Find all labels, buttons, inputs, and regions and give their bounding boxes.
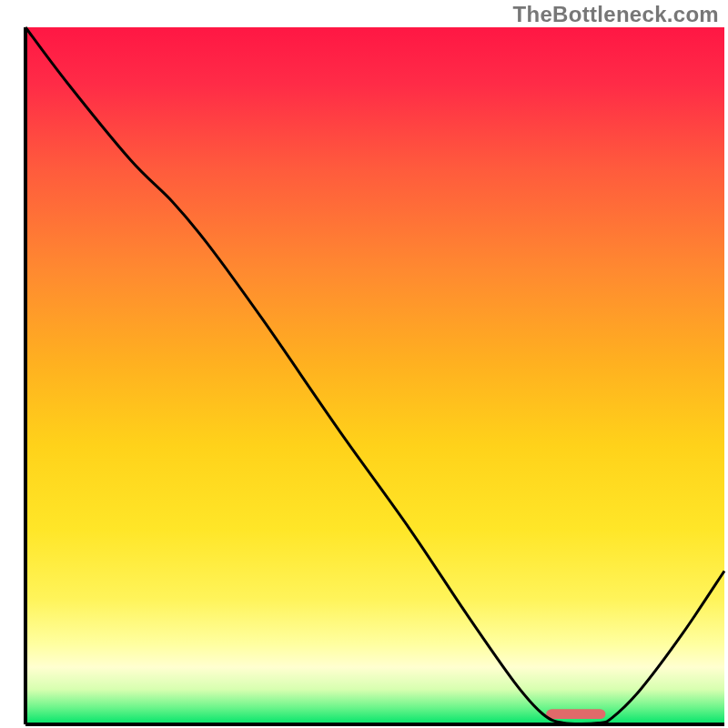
plot-background [25,27,724,724]
chart-frame: TheBottleneck.com [0,0,728,728]
bottleneck-chart [0,0,728,728]
optimal-range-marker [546,709,605,719]
